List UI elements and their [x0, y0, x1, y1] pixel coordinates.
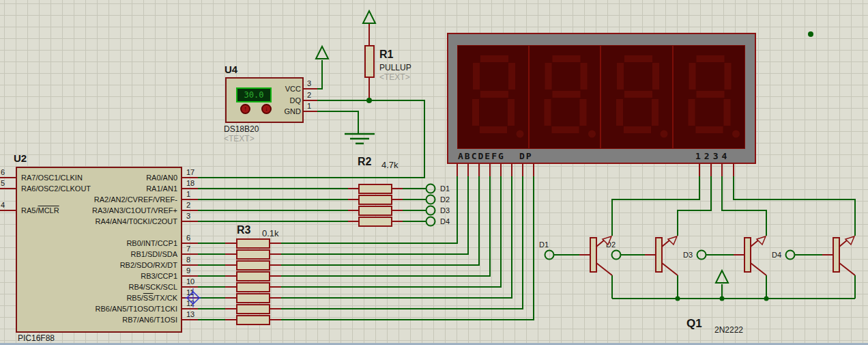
wire-digit-commons — [612, 176, 855, 236]
r3-resistor-body[interactable] — [236, 238, 270, 249]
u2-pin-name-rb7: RB7/AN6/T1OSI — [21, 315, 177, 325]
r3-value-label: 0.1k — [262, 229, 279, 238]
wire-ra-to-r2 — [198, 189, 348, 221]
base-terminal-label-d1: D1 — [539, 240, 549, 249]
transistor-q1d-body — [833, 238, 839, 272]
u4-pin-name-dq: DQ — [270, 96, 301, 105]
wire-rb-to-r3 — [198, 243, 225, 320]
wire-u4-vcc — [317, 60, 322, 89]
u4-pin-num-1: 1 — [307, 101, 311, 111]
wire-u4-gnd — [317, 111, 358, 133]
r2-resistor-body[interactable] — [358, 195, 392, 205]
u2-pin-name-rb3: RB3/CCP1 — [21, 271, 177, 281]
transistor-q1b-body — [656, 238, 662, 272]
u4-temperature-display: 30.0 — [236, 87, 272, 102]
u4-text-placeholder: <TEXT> — [224, 134, 255, 143]
r1-text-placeholder: <TEXT> — [379, 72, 410, 82]
u2-pin-num: 10 — [186, 277, 194, 286]
r3-resistor-body[interactable] — [236, 293, 270, 303]
emitter-arrows — [603, 236, 854, 245]
r2-resistor-body[interactable] — [358, 217, 392, 227]
u2-ref-label: U2 — [14, 153, 27, 164]
power-arrow-icon — [716, 271, 728, 283]
terminal-label-d2: D2 — [440, 195, 450, 204]
up-arrow-icon: ↑ — [244, 105, 247, 112]
u2-pin-name-ra2: RA2/AN2/CVREF/VREF- — [21, 195, 177, 204]
terminal-d3-left — [426, 206, 435, 215]
u2-pin-num: 2 — [186, 200, 190, 210]
r2-ref-label: R2 — [358, 156, 371, 167]
u2-value-label: PIC16F88 — [18, 333, 55, 343]
wire-segments — [281, 176, 534, 320]
seven-segment-digit-area — [457, 45, 745, 149]
u4-pin-name-vcc: VCC — [270, 84, 301, 94]
r3-resistor-body[interactable] — [236, 249, 270, 260]
u2-pin-num-16: 6 — [1, 167, 5, 177]
digit-divider — [672, 45, 674, 149]
u2-pin-num: 18 — [186, 178, 194, 188]
q1-value-label: 2N2222 — [714, 325, 743, 335]
terminal-d1-base — [545, 251, 554, 260]
transistor-q1a-body — [590, 238, 596, 272]
u2-pin-num-4: 4 — [1, 200, 5, 210]
u4-ref-label: U4 — [225, 64, 237, 75]
display-digit-labels: 1234 — [695, 151, 730, 161]
origin-marker-dot — [808, 31, 813, 37]
r1-ref-label: R1 — [379, 49, 393, 60]
transistor-q1c-body — [744, 238, 751, 272]
terminal-d2-base — [612, 251, 621, 260]
u4-value-label: DS18B20 — [224, 124, 259, 134]
u2-pin-num: 12 — [186, 299, 194, 308]
u2-pin-name-rb5: RB5/SS/TX/CK — [21, 293, 177, 303]
transistors[interactable] — [590, 238, 839, 272]
u2-pin-num: 8 — [186, 255, 190, 264]
u2-pin-num: 6 — [186, 233, 190, 243]
u2-pin-num: 13 — [186, 309, 194, 319]
power-arrow-icon — [363, 11, 375, 23]
u2-pin-num: 9 — [186, 266, 190, 275]
wire-r2-to-terminals — [403, 189, 426, 221]
terminal-d2-left — [426, 195, 435, 204]
u2-pin-name-rb0: RB0/INT/CCP1 — [21, 238, 177, 248]
u2-pin-name-rb2: RB2/SDO/RX/DT — [21, 260, 177, 270]
r3-resistor-body[interactable] — [236, 271, 270, 281]
u2-pin-name-rb6: RB6/AN5/T1OSO/T1CKI — [21, 304, 177, 314]
schematic-canvas[interactable]: U2 PIC16F88 RA7/OSC1/CLKIN RA6/OSC2/CLKO… — [0, 0, 868, 345]
down-arrow-icon: ↓ — [265, 105, 268, 112]
r3-resistor-body[interactable] — [236, 315, 270, 325]
u2-pin-num: 11 — [186, 288, 194, 297]
r2-resistor-body[interactable] — [358, 184, 392, 194]
u4-pin-name-gnd: GND — [270, 107, 301, 116]
terminal-label-d3: D3 — [440, 206, 450, 215]
u2-pin-num: 1 — [186, 189, 190, 199]
u2-pin-name-ra3: RA3/AN3/C1OUT/VREF+ — [21, 206, 177, 215]
r2-resistor-body[interactable] — [358, 206, 392, 216]
display-dp-label: DP — [519, 151, 533, 161]
u4-pin-num-2: 2 — [307, 90, 311, 100]
u2-pin-name-ra4: RA4/AN4/T0CKI/C2OUT — [21, 217, 177, 226]
u4-pin-num-3: 3 — [307, 79, 311, 88]
r3-resistor-body[interactable] — [236, 282, 270, 292]
power-arrow-icon — [316, 46, 328, 59]
u2-pin-name-rb1: RB1/SDI/SDA — [21, 249, 177, 259]
terminal-d4-base — [786, 251, 795, 260]
u2-pin-name-ra1: RA1/AN1 — [21, 184, 177, 193]
digit-divider — [600, 45, 601, 149]
base-terminal-label-d2: D2 — [606, 240, 616, 249]
terminal-d3-base — [697, 251, 706, 260]
terminal-label-d1: D1 — [440, 184, 450, 193]
u4-temp-up-button[interactable]: ↑ — [240, 104, 250, 114]
u2-pin-num-15: 5 — [1, 178, 5, 188]
r3-resistor-body[interactable] — [236, 260, 270, 271]
r3-resistor-body[interactable] — [236, 304, 270, 314]
u2-pin-num: 17 — [186, 167, 194, 177]
r1-value-label: PULLUP — [379, 63, 411, 72]
digit-divider — [528, 45, 530, 149]
r2-value-label: 4.7k — [381, 161, 399, 170]
terminal-label-d4: D4 — [440, 217, 450, 226]
base-terminal-label-d3: D3 — [683, 250, 693, 260]
u2-pin-num: 3 — [186, 211, 190, 221]
r1-resistor-body[interactable] — [364, 45, 375, 78]
ground-symbol — [345, 134, 375, 143]
u2-pin-name-rb4: RB4/SCK/SCL — [21, 282, 177, 292]
